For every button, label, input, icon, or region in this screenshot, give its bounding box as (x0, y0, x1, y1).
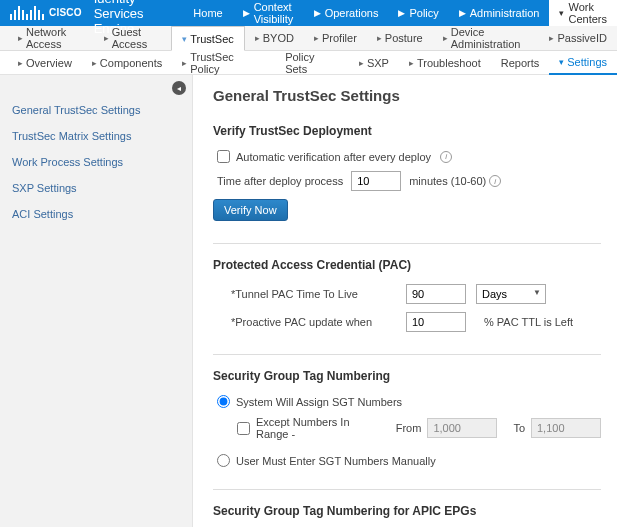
caret-right-icon: ▸ (314, 33, 319, 43)
info-icon[interactable]: i (489, 175, 501, 187)
sgt-to-label: To (513, 422, 525, 434)
auto-verify-checkbox[interactable] (217, 150, 230, 163)
caret-right-icon: ▸ (377, 33, 382, 43)
tab-trustsec-policy[interactable]: ▸TrustSec Policy (172, 51, 275, 75)
sidebar-item-sxp-settings[interactable]: SXP Settings (0, 175, 192, 201)
page-title: General TrustSec Settings (213, 87, 601, 104)
caret-right-icon: ▶ (243, 8, 250, 18)
divider (213, 489, 601, 490)
subnav-profiler[interactable]: ▸Profiler (304, 26, 367, 51)
info-icon[interactable]: i (440, 151, 452, 163)
auto-verify-label: Automatic verification after every deplo… (236, 151, 431, 163)
section-apic-heading: Security Group Tag Numbering for APIC EP… (213, 504, 601, 518)
tab-troubleshoot[interactable]: ▸Troubleshoot (399, 51, 491, 75)
brand: CISCO (0, 6, 90, 20)
tab-reports[interactable]: Reports (491, 51, 550, 75)
sidebar: ◂ General TrustSec Settings TrustSec Mat… (0, 75, 193, 527)
section-verify-heading: Verify TrustSec Deployment (213, 124, 601, 138)
sgt-system-label: System Will Assign SGT Numbers (236, 396, 402, 408)
tab-overview[interactable]: ▸Overview (8, 51, 82, 75)
caret-right-icon: ▸ (18, 33, 23, 43)
tab-policy-sets[interactable]: Policy Sets (275, 51, 349, 75)
nav-policy[interactable]: ▶Policy (388, 0, 448, 26)
chevron-left-icon: ◂ (177, 84, 181, 93)
caret-right-icon: ▸ (443, 33, 448, 43)
sidebar-item-aci-settings[interactable]: ACI Settings (0, 201, 192, 227)
subnav-device-admin[interactable]: ▸Device Administration (433, 26, 540, 51)
caret-right-icon: ▸ (409, 58, 414, 68)
caret-right-icon: ▸ (549, 33, 554, 43)
subnav-network-access[interactable]: ▸Network Access (8, 26, 94, 51)
caret-right-icon: ▸ (18, 58, 23, 68)
caret-right-icon: ▸ (255, 33, 260, 43)
subnav-passiveid[interactable]: ▸PassiveID (539, 26, 617, 51)
cisco-logo-icon (10, 6, 44, 20)
brand-text: CISCO (49, 8, 82, 18)
caret-right-icon: ▸ (104, 33, 109, 43)
caret-right-icon: ▶ (398, 8, 405, 18)
pac-ttl-unit-select[interactable] (476, 284, 546, 304)
top-nav: CISCO Identity Services Engine Home ▶Con… (0, 0, 617, 26)
pac-proactive-label: *Proactive PAC update when (231, 316, 396, 328)
tab-settings[interactable]: ▾Settings (549, 51, 617, 75)
nav-work-centers[interactable]: ▾Work Centers (549, 0, 617, 26)
divider (213, 243, 601, 244)
tab-components[interactable]: ▸Components (82, 51, 172, 75)
pac-proactive-input[interactable] (406, 312, 466, 332)
nav-home[interactable]: Home (183, 0, 232, 26)
sgt-except-label: Except Numbers In Range - (256, 416, 380, 440)
verify-now-button[interactable]: Verify Now (213, 199, 288, 221)
sidebar-item-general-trustsec[interactable]: General TrustSec Settings (0, 97, 192, 123)
sgt-system-radio[interactable] (217, 395, 230, 408)
sgt-from-input (427, 418, 497, 438)
section-pac-heading: Protected Access Credential (PAC) (213, 258, 601, 272)
subnav-trustsec[interactable]: ▾TrustSec (171, 26, 245, 51)
nav-operations[interactable]: ▶Operations (304, 0, 389, 26)
nav-administration[interactable]: ▶Administration (449, 0, 550, 26)
sgt-to-input (531, 418, 601, 438)
pac-ttl-input[interactable] (406, 284, 466, 304)
subnav-trustsec-tabs: ▸Overview ▸Components ▸TrustSec Policy P… (0, 51, 617, 75)
sgt-manual-radio[interactable] (217, 454, 230, 467)
caret-right-icon: ▶ (314, 8, 321, 18)
pac-ttl-label: *Tunnel PAC Time To Live (231, 288, 396, 300)
tab-sxp[interactable]: ▸SXP (349, 51, 399, 75)
sgt-except-checkbox[interactable] (237, 422, 250, 435)
caret-down-icon: ▾ (559, 8, 564, 18)
caret-right-icon: ▸ (92, 58, 97, 68)
caret-down-icon: ▾ (182, 34, 187, 44)
sidebar-item-trustsec-matrix[interactable]: TrustSec Matrix Settings (0, 123, 192, 149)
minutes-label: minutes (10-60) (409, 175, 486, 187)
subnav-guest-access[interactable]: ▸Guest Access (94, 26, 171, 51)
sidebar-collapse-button[interactable]: ◂ (172, 81, 186, 95)
caret-right-icon: ▸ (182, 58, 187, 68)
caret-down-icon: ▾ (559, 57, 564, 67)
section-sgt-heading: Security Group Tag Numbering (213, 369, 601, 383)
caret-right-icon: ▸ (359, 58, 364, 68)
divider (213, 354, 601, 355)
time-after-input[interactable] (351, 171, 401, 191)
sgt-manual-label: User Must Enter SGT Numbers Manually (236, 455, 436, 467)
pac-proactive-after: % PAC TTL is Left (484, 316, 573, 328)
sidebar-item-work-process[interactable]: Work Process Settings (0, 149, 192, 175)
sgt-from-label: From (396, 422, 422, 434)
content: General TrustSec Settings Verify TrustSe… (193, 75, 617, 527)
caret-right-icon: ▶ (459, 8, 466, 18)
subnav-work-centers: ▸Network Access ▸Guest Access ▾TrustSec … (0, 26, 617, 51)
subnav-posture[interactable]: ▸Posture (367, 26, 433, 51)
nav-context-visibility[interactable]: ▶Context Visibility (233, 0, 304, 26)
time-after-label: Time after deploy process (217, 175, 343, 187)
subnav-byod[interactable]: ▸BYOD (245, 26, 304, 51)
